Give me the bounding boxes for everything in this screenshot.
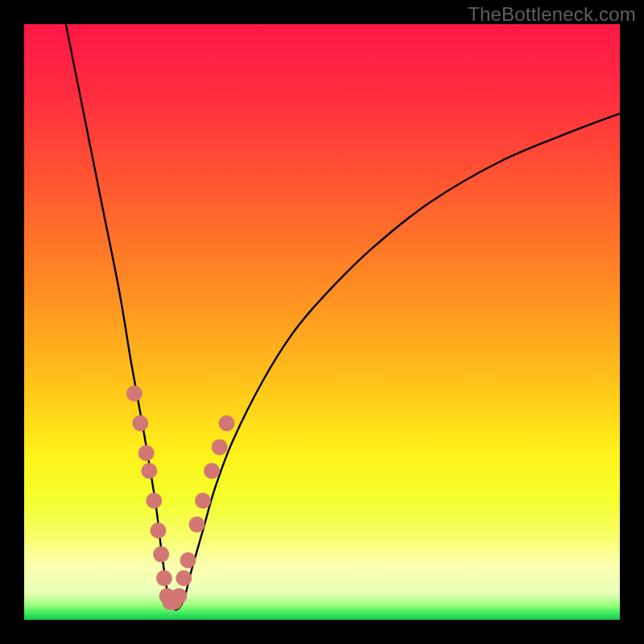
highlight-dot	[204, 463, 220, 479]
watermark-text: TheBottleneck.com	[468, 3, 636, 26]
highlight-dot	[138, 445, 155, 461]
highlight-dot	[212, 439, 228, 455]
chart-container: TheBottleneck.com	[0, 0, 644, 644]
highlight-dot	[219, 415, 235, 431]
dots-layer	[24, 24, 620, 620]
highlight-dot	[189, 517, 205, 533]
plot-area	[24, 24, 620, 620]
highlight-dot	[126, 386, 142, 402]
highlight-dot	[180, 552, 196, 568]
highlight-dot	[195, 493, 211, 509]
highlight-dot	[132, 415, 148, 431]
highlight-dot	[171, 588, 187, 604]
highlight-dot	[151, 522, 167, 539]
highlight-dot	[141, 463, 157, 479]
highlight-dot	[153, 547, 169, 563]
highlight-dot	[156, 570, 172, 586]
highlight-dots	[126, 386, 235, 610]
highlight-dot	[175, 570, 192, 586]
highlight-dot	[146, 493, 162, 509]
